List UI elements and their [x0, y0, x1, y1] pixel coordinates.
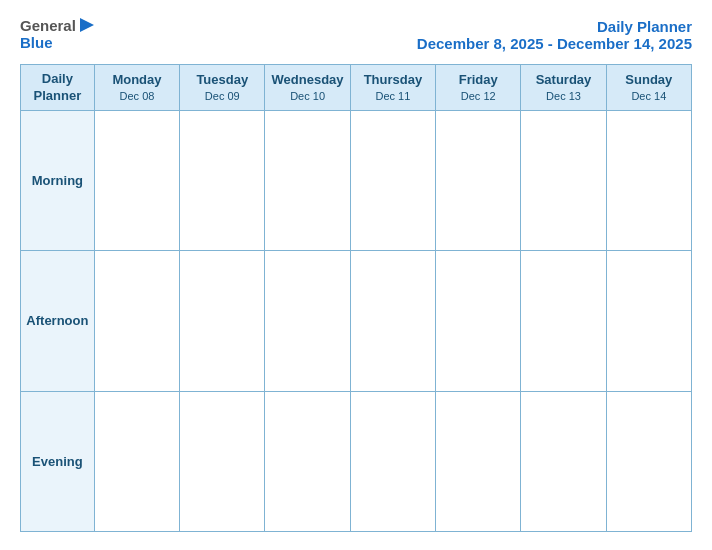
row-afternoon: Afternoon — [21, 251, 692, 391]
calendar-table: Daily Planner Monday Dec 08 Tuesday Dec … — [20, 64, 692, 532]
row-evening: Evening — [21, 391, 692, 531]
col-header-sat: Saturday Dec 13 — [521, 65, 606, 111]
col-header-mon: Monday Dec 08 — [94, 65, 179, 111]
row-label-morning: Morning — [21, 111, 95, 251]
col-header-fri: Friday Dec 12 — [436, 65, 521, 111]
row-label-afternoon: Afternoon — [21, 251, 95, 391]
col-label-day1: Daily — [25, 71, 90, 88]
col-header-sun: Sunday Dec 14 — [606, 65, 691, 111]
cell-evening-mon[interactable] — [94, 391, 179, 531]
cell-morning-sat[interactable] — [521, 111, 606, 251]
cell-afternoon-sat[interactable] — [521, 251, 606, 391]
title-area: Daily Planner December 8, 2025 - Decembe… — [417, 18, 692, 52]
cell-morning-sun[interactable] — [606, 111, 691, 251]
cell-evening-tue[interactable] — [180, 391, 265, 531]
logo-blue: Blue — [20, 35, 53, 52]
logo-general: General — [20, 18, 76, 35]
cell-afternoon-wed[interactable] — [265, 251, 350, 391]
col-header-thu: Thursday Dec 11 — [350, 65, 435, 111]
cell-morning-wed[interactable] — [265, 111, 350, 251]
planner-title: Daily Planner — [417, 18, 692, 35]
page: General Blue Daily Planner December 8, 2… — [0, 0, 712, 550]
header: General Blue Daily Planner December 8, 2… — [20, 18, 692, 52]
cell-afternoon-fri[interactable] — [436, 251, 521, 391]
cell-afternoon-sun[interactable] — [606, 251, 691, 391]
cell-evening-sat[interactable] — [521, 391, 606, 531]
cell-afternoon-tue[interactable] — [180, 251, 265, 391]
cell-afternoon-thu[interactable] — [350, 251, 435, 391]
col-label-day2: Planner — [25, 88, 90, 105]
cell-evening-wed[interactable] — [265, 391, 350, 531]
col-header-tue: Tuesday Dec 09 — [180, 65, 265, 111]
date-range: December 8, 2025 - December 14, 2025 — [417, 35, 692, 52]
cell-evening-sun[interactable] — [606, 391, 691, 531]
logo-flag-icon — [78, 18, 96, 34]
header-row: Daily Planner Monday Dec 08 Tuesday Dec … — [21, 65, 692, 111]
cell-evening-fri[interactable] — [436, 391, 521, 531]
col-header-label: Daily Planner — [21, 65, 95, 111]
col-header-wed: Wednesday Dec 10 — [265, 65, 350, 111]
cell-morning-mon[interactable] — [94, 111, 179, 251]
row-morning: Morning — [21, 111, 692, 251]
cell-afternoon-mon[interactable] — [94, 251, 179, 391]
cell-morning-thu[interactable] — [350, 111, 435, 251]
cell-evening-thu[interactable] — [350, 391, 435, 531]
cell-morning-fri[interactable] — [436, 111, 521, 251]
svg-marker-0 — [80, 18, 94, 32]
row-label-evening: Evening — [21, 391, 95, 531]
cell-morning-tue[interactable] — [180, 111, 265, 251]
logo-area: General Blue — [20, 18, 96, 51]
